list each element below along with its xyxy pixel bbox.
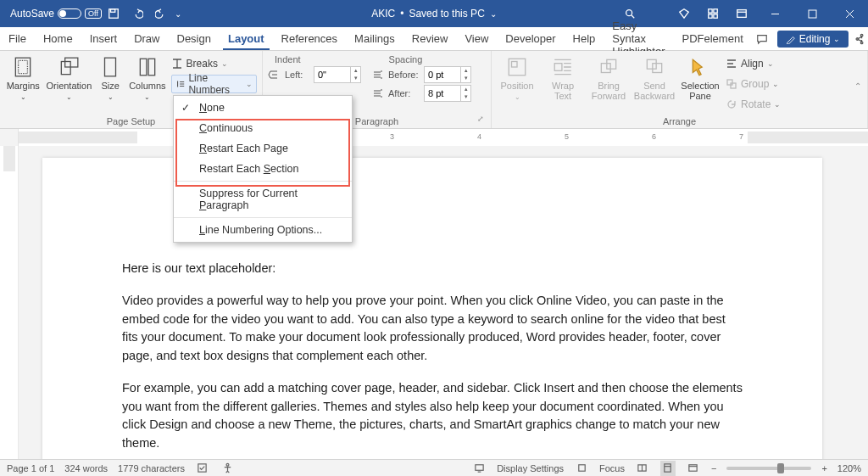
read-mode-icon[interactable] bbox=[635, 461, 650, 476]
indent-left-input[interactable]: ▴▾ bbox=[314, 66, 361, 83]
window-icon[interactable] bbox=[727, 0, 756, 27]
group-button[interactable]: Group⌄ bbox=[726, 75, 781, 93]
tab-design[interactable]: Design bbox=[169, 27, 220, 50]
document-title[interactable]: AKIC • Saved to this PC ⌄ bbox=[371, 8, 497, 20]
menu-restart-section[interactable]: Restart Each Section bbox=[174, 159, 352, 179]
margins-button[interactable]: Margins⌄ bbox=[5, 54, 41, 101]
tab-view[interactable]: View bbox=[456, 27, 497, 50]
tab-review[interactable]: Review bbox=[403, 27, 457, 50]
menu-suppress[interactable]: Suppress for Current Paragraph bbox=[174, 183, 352, 216]
breaks-button[interactable]: Breaks⌄ bbox=[171, 54, 257, 73]
tab-pdfelement[interactable]: PDFelement bbox=[674, 27, 752, 50]
line-numbers-button[interactable]: Line Numbers⌄ bbox=[171, 75, 257, 93]
status-bar: Page 1 of 1 324 words 1779 characters Di… bbox=[0, 459, 868, 476]
page-indicator[interactable]: Page 1 of 1 bbox=[7, 463, 54, 473]
svg-rect-33 bbox=[665, 464, 670, 472]
tab-insert[interactable]: Insert bbox=[81, 27, 126, 50]
menu-options[interactable]: Line Numbering Options... bbox=[174, 220, 352, 240]
web-layout-icon[interactable] bbox=[686, 461, 701, 476]
zoom-level[interactable]: 120% bbox=[837, 463, 861, 473]
print-layout-icon[interactable] bbox=[660, 461, 676, 476]
svg-rect-26 bbox=[647, 59, 656, 69]
wrap-text-button[interactable]: Wrap Text bbox=[542, 54, 583, 101]
svg-rect-34 bbox=[689, 465, 697, 471]
svg-rect-17 bbox=[105, 58, 116, 76]
orientation-button[interactable]: Orientation⌄ bbox=[46, 54, 92, 101]
menu-none[interactable]: None bbox=[174, 98, 352, 118]
maximize-button[interactable] bbox=[793, 0, 831, 27]
svg-rect-27 bbox=[727, 80, 732, 85]
selection-pane-button[interactable]: Selection Pane bbox=[680, 54, 721, 101]
spellcheck-icon[interactable] bbox=[195, 461, 210, 476]
redo-icon[interactable] bbox=[149, 0, 173, 27]
svg-rect-31 bbox=[475, 465, 482, 471]
document-area: Here is our text placeholder: Video prov… bbox=[0, 146, 868, 459]
accessibility-icon[interactable] bbox=[220, 461, 236, 476]
editing-mode-button[interactable]: Editing ⌄ bbox=[777, 31, 849, 48]
display-settings-label[interactable]: Display Settings bbox=[497, 463, 564, 473]
tab-mailings[interactable]: Mailings bbox=[346, 27, 403, 50]
title-bar: AutoSave Off ⌄ AKIC • Saved to this PC ⌄ bbox=[0, 0, 868, 27]
page[interactable]: Here is our text placeholder: Video prov… bbox=[42, 158, 822, 459]
qat-overflow-icon[interactable]: ⌄ bbox=[175, 9, 181, 19]
share-icon[interactable]: ⌄ bbox=[854, 29, 868, 49]
tab-easy-syntax-highlighter[interactable]: Easy Syntax Highlighter bbox=[604, 27, 673, 50]
diamond-icon[interactable] bbox=[670, 0, 698, 27]
tab-file[interactable]: File bbox=[0, 27, 35, 50]
zoom-slider[interactable] bbox=[726, 467, 811, 470]
autosave-toggle[interactable]: AutoSave Off bbox=[10, 8, 102, 20]
send-backward-button[interactable]: Send Backward bbox=[634, 54, 675, 101]
char-count[interactable]: 1779 characters bbox=[118, 463, 185, 473]
tab-help[interactable]: Help bbox=[565, 27, 604, 50]
svg-rect-8 bbox=[809, 10, 816, 18]
svg-rect-5 bbox=[709, 14, 712, 18]
svg-rect-32 bbox=[578, 465, 584, 471]
align-button[interactable]: Align⌄ bbox=[726, 54, 781, 73]
tab-developer[interactable]: Developer bbox=[497, 27, 564, 50]
svg-rect-21 bbox=[512, 62, 518, 68]
svg-rect-23 bbox=[601, 64, 610, 73]
minimize-button[interactable] bbox=[756, 0, 793, 27]
ribbon-collapse-icon[interactable]: ⌃ bbox=[854, 81, 861, 91]
tab-references[interactable]: References bbox=[273, 27, 346, 50]
svg-rect-28 bbox=[731, 83, 736, 88]
svg-rect-4 bbox=[714, 9, 717, 13]
svg-rect-15 bbox=[62, 62, 71, 75]
tab-home[interactable]: Home bbox=[35, 27, 81, 50]
paragraph: Here is our text placeholder: bbox=[122, 260, 743, 278]
svg-rect-24 bbox=[607, 59, 616, 69]
grid-icon[interactable] bbox=[698, 0, 727, 27]
size-button[interactable]: Size⌄ bbox=[97, 54, 124, 101]
svg-rect-25 bbox=[653, 64, 662, 73]
paragraph-launcher-icon[interactable]: ⤢ bbox=[477, 115, 487, 125]
focus-label[interactable]: Focus bbox=[599, 463, 625, 473]
group-arrange: Position⌄ Wrap Text Bring Forward Send B… bbox=[492, 51, 868, 128]
spacing-after-input[interactable]: ▴▾ bbox=[424, 85, 471, 102]
rotate-button[interactable]: Rotate⌄ bbox=[726, 95, 781, 114]
display-settings-icon[interactable] bbox=[471, 461, 487, 476]
bring-forward-button[interactable]: Bring Forward bbox=[588, 54, 629, 101]
close-button[interactable] bbox=[831, 0, 868, 27]
ruler: 1 2 3 4 5 6 7 bbox=[0, 129, 868, 146]
word-count[interactable]: 324 words bbox=[64, 463, 108, 473]
zoom-in-button[interactable]: + bbox=[821, 463, 826, 473]
tab-draw[interactable]: Draw bbox=[125, 27, 168, 50]
svg-rect-7 bbox=[737, 10, 747, 18]
menu-restart-page[interactable]: Restart Each Page bbox=[174, 138, 352, 159]
tab-layout[interactable]: Layout bbox=[220, 27, 273, 50]
comments-icon[interactable] bbox=[752, 29, 772, 49]
columns-button[interactable]: Columns⌄ bbox=[129, 54, 165, 101]
focus-icon[interactable] bbox=[574, 461, 589, 476]
paragraph: For example, you can add a matching cove… bbox=[122, 379, 743, 453]
spacing-before-input[interactable]: ▴▾ bbox=[424, 66, 471, 83]
autosave-state: Off bbox=[85, 8, 102, 19]
svg-rect-19 bbox=[148, 59, 155, 76]
save-icon[interactable] bbox=[102, 0, 125, 27]
svg-rect-14 bbox=[19, 60, 28, 73]
line-numbers-menu: None Continuous Restart Each Page Restar… bbox=[173, 95, 353, 243]
menu-continuous[interactable]: Continuous bbox=[174, 118, 352, 138]
svg-rect-18 bbox=[140, 59, 147, 76]
undo-icon[interactable] bbox=[125, 0, 149, 27]
zoom-out-button[interactable]: − bbox=[711, 463, 716, 473]
position-button[interactable]: Position⌄ bbox=[497, 54, 537, 101]
